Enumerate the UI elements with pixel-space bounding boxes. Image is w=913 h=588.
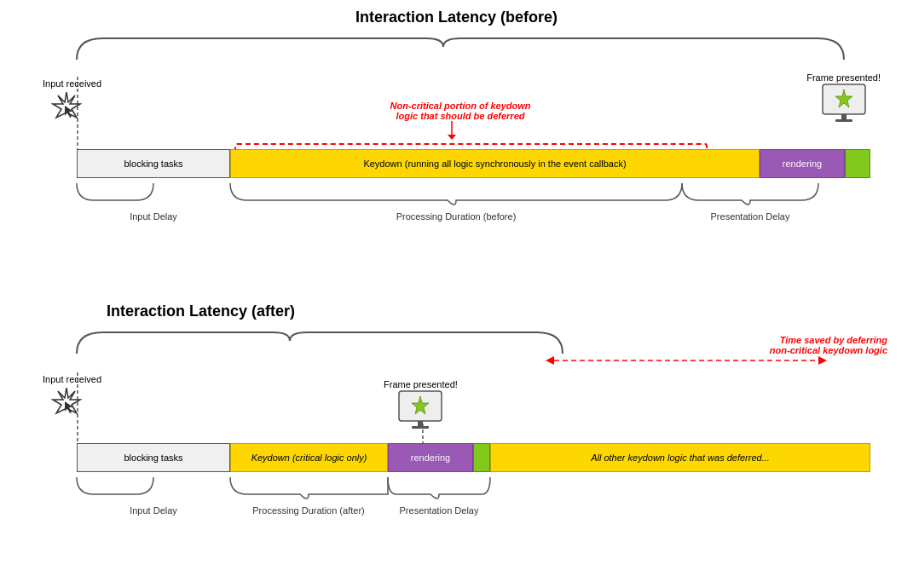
bar-rendering-bottom: rendering [388,443,473,472]
bar-keydown-top: Keydown (running all logic synchronously… [230,149,760,178]
bottom-title: Interaction Latency (after) [26,303,376,320]
top-outer-brace [26,34,887,64]
bar-rendering-top: rendering [760,149,845,178]
svg-text:Presentation Delay: Presentation Delay [400,505,479,516]
top-title: Interaction Latency (before) [26,9,887,26]
bar-green-bottom [473,443,490,472]
input-received-label-top: Input received [43,78,101,124]
diagram-container: Interaction Latency (before) Input recei… [0,0,913,588]
input-burst-icon-top [51,90,82,121]
frame-presented-bottom: Frame presented! [384,379,458,435]
bottom-diagram: Interaction Latency (after) Time saved b… [26,303,887,575]
bar-row-top: blocking tasks Keydown (running all logi… [77,149,870,178]
svg-text:Processing Duration (after): Processing Duration (after) [252,505,364,516]
svg-rect-5 [841,114,847,119]
svg-marker-1 [53,92,80,118]
svg-rect-21 [412,426,429,429]
svg-text:Input Delay: Input Delay [130,505,177,516]
input-burst-icon-bottom [51,386,82,417]
svg-marker-8 [448,135,456,140]
bar-blocking-bottom: blocking tasks [77,443,230,472]
monitor-icon-top [818,83,870,125]
bar-green-top [845,149,870,178]
defer-arrow [448,121,456,140]
bottom-braces-bottom: Input Delay Processing Duration (after) … [77,473,844,520]
bottom-braces-top: Input Delay Processing Duration (before)… [77,179,844,226]
bar-row-bottom: blocking tasks Keydown (critical logic o… [77,443,870,472]
bar-blocking-top: blocking tasks [77,149,230,178]
bar-keydown-bottom: Keydown (critical logic only) [230,443,388,472]
top-diagram: Interaction Latency (before) Input recei… [26,9,887,264]
svg-marker-16 [53,388,80,413]
svg-rect-6 [835,119,852,122]
monitor-icon-bottom [395,389,446,432]
svg-text:Input Delay: Input Delay [130,211,177,222]
svg-text:Presentation Delay: Presentation Delay [711,211,790,222]
frame-presented-top: Frame presented! [806,72,881,129]
defer-annotation: Non-critical portion of keydown logic th… [324,101,597,121]
bottom-outer-brace [26,328,887,358]
svg-text:Processing Duration (before): Processing Duration (before) [396,211,517,222]
bar-deferred-bottom: All other keydown logic that was deferre… [490,443,870,472]
input-received-label-bottom: Input received [43,374,101,420]
